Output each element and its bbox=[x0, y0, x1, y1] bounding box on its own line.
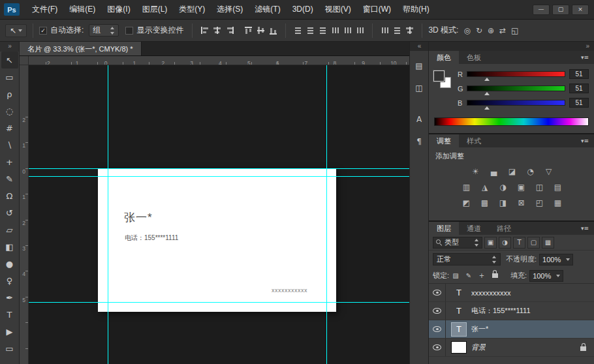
menu-image[interactable]: 图像(I) bbox=[101, 0, 136, 19]
distribute-left-icon[interactable] bbox=[330, 25, 340, 35]
menu-file[interactable]: 文件(F) bbox=[26, 0, 63, 19]
menu-edit[interactable]: 编辑(E) bbox=[63, 0, 101, 19]
tool-blur[interactable]: ● bbox=[1, 255, 18, 272]
red-value[interactable]: 51 bbox=[569, 69, 589, 79]
vertical-ruler[interactable]: 2 1 0 1 2 3 4 5 bbox=[20, 65, 29, 364]
text-layer-thumbnail[interactable]: T bbox=[451, 304, 467, 318]
horizontal-ruler[interactable]: 2 1 0 1 2 3 4 5 6 7 8 9 10 11 bbox=[29, 56, 409, 65]
red-slider[interactable] bbox=[467, 71, 565, 77]
visibility-toggle[interactable] bbox=[429, 320, 446, 338]
text-layer-thumbnail[interactable]: T bbox=[451, 286, 467, 300]
align-top-icon[interactable] bbox=[243, 25, 253, 35]
tab-layers[interactable]: 图层 bbox=[429, 222, 459, 235]
black-white-icon[interactable]: ▣ bbox=[516, 182, 527, 192]
visibility-toggle[interactable] bbox=[429, 284, 446, 301]
align-right-icon[interactable] bbox=[225, 25, 234, 35]
layer-name[interactable]: xxxxxxxxxxx bbox=[471, 289, 511, 297]
green-slider[interactable] bbox=[467, 85, 565, 91]
layer-row-background[interactable]: 背景 bbox=[429, 339, 594, 357]
tool-eyedropper[interactable]: ∖ bbox=[1, 136, 18, 153]
tool-move[interactable]: ↖ bbox=[1, 52, 18, 68]
distribute-vspace-icon[interactable] bbox=[392, 25, 402, 35]
distribute-bottom-icon[interactable] bbox=[318, 25, 328, 35]
tab-paths[interactable]: 路径 bbox=[489, 222, 519, 235]
photo-filter-icon[interactable]: ◫ bbox=[534, 182, 546, 192]
tool-crop[interactable]: # bbox=[1, 119, 18, 136]
paragraph-panel-icon[interactable]: ¶ bbox=[411, 134, 427, 149]
tool-rectangle[interactable]: ▭ bbox=[1, 340, 18, 357]
document-tab[interactable]: 名片 @ 33.3% (张一*, CMYK/8) * bbox=[20, 42, 142, 55]
slider-handle-icon[interactable] bbox=[484, 104, 490, 110]
selective-color-icon[interactable]: ◰ bbox=[534, 198, 546, 208]
distribute-hspace-icon[interactable] bbox=[380, 25, 390, 35]
panel-menu-icon[interactable]: ▾≡ bbox=[576, 222, 594, 235]
layer-name[interactable]: 电话：155****1111 bbox=[471, 306, 531, 316]
3d-rotate-icon[interactable]: ◎ bbox=[463, 26, 470, 35]
distribute-vcenter-icon[interactable] bbox=[305, 25, 315, 35]
align-vcenter-icon[interactable] bbox=[256, 25, 266, 35]
align-left-icon[interactable] bbox=[200, 25, 210, 35]
filter-pixel-layers-icon[interactable]: ▣ bbox=[484, 237, 497, 249]
distribute-hcenter-icon[interactable] bbox=[343, 25, 352, 35]
guide-horizontal[interactable] bbox=[29, 302, 409, 303]
guide-vertical[interactable] bbox=[108, 65, 108, 364]
lock-all-icon[interactable] bbox=[490, 271, 500, 281]
tab-swatches[interactable]: 色板 bbox=[459, 51, 489, 64]
lock-transparent-pixels-icon[interactable]: ▨ bbox=[450, 271, 461, 281]
auto-select-checkbox[interactable]: ✓ bbox=[39, 27, 47, 35]
tool-rectangular-marquee[interactable]: ▭ bbox=[1, 68, 18, 85]
tool-path-selection[interactable]: ▶ bbox=[1, 323, 18, 340]
tool-preset-picker[interactable]: ↖ bbox=[5, 24, 27, 37]
opacity-field[interactable]: 100% bbox=[539, 254, 573, 265]
tool-eraser[interactable]: ▱ bbox=[1, 221, 18, 238]
layer-filter-dropdown[interactable]: 类型 bbox=[433, 237, 482, 249]
tool-pen[interactable]: ✒ bbox=[1, 289, 18, 306]
tool-lasso[interactable]: ρ bbox=[1, 85, 18, 102]
posterize-icon[interactable]: ▩ bbox=[479, 198, 491, 208]
auto-align-layers-icon[interactable] bbox=[405, 25, 414, 35]
canvas[interactable]: 张一* 电话：155****1111 xxxxxxxxxxx bbox=[29, 65, 409, 364]
invert-icon[interactable]: ◩ bbox=[461, 198, 473, 208]
filter-type-layers-icon[interactable]: T bbox=[513, 237, 525, 249]
foreground-color-swatch[interactable] bbox=[433, 70, 445, 82]
lookup-table-icon[interactable]: ▦ bbox=[552, 198, 564, 208]
color-spectrum-ramp[interactable] bbox=[434, 117, 589, 126]
menu-help[interactable]: 帮助(H) bbox=[397, 0, 435, 19]
restore-button[interactable]: ▢ bbox=[552, 5, 569, 15]
show-transform-checkbox[interactable] bbox=[125, 27, 133, 35]
tab-channels[interactable]: 通道 bbox=[459, 222, 489, 235]
minimize-button[interactable]: — bbox=[533, 5, 550, 15]
distribute-right-icon[interactable] bbox=[355, 25, 365, 35]
panel-menu-icon[interactable]: ▾≡ bbox=[576, 51, 594, 64]
guide-vertical[interactable] bbox=[326, 65, 327, 364]
panels-collapse-chevron-icon[interactable]: » bbox=[429, 42, 594, 51]
exposure-icon[interactable]: ◔ bbox=[525, 166, 537, 177]
dock-expand-chevron-icon[interactable]: « bbox=[410, 42, 428, 51]
menu-window[interactable]: 窗口(W) bbox=[357, 0, 397, 19]
tab-adjustments[interactable]: 调整 bbox=[429, 134, 459, 147]
3d-drag-icon[interactable]: ⊕ bbox=[488, 26, 494, 35]
curves-icon[interactable]: ◪ bbox=[507, 166, 518, 177]
align-hcenter-icon[interactable] bbox=[212, 25, 222, 35]
layer-row[interactable]: T 电话：155****1111 bbox=[429, 302, 594, 320]
background-layer-thumbnail[interactable] bbox=[451, 341, 467, 354]
layer-name[interactable]: 张一* bbox=[471, 324, 488, 334]
character-panel-icon[interactable]: A bbox=[411, 112, 427, 127]
tool-type[interactable]: T bbox=[1, 306, 18, 323]
tab-styles[interactable]: 样式 bbox=[459, 134, 489, 147]
tool-quick-selection[interactable]: ◌ bbox=[1, 102, 18, 119]
menu-select[interactable]: 选择(S) bbox=[211, 0, 249, 19]
tool-history-brush[interactable]: ↺ bbox=[1, 204, 18, 221]
visibility-toggle[interactable] bbox=[429, 339, 446, 356]
layer-name[interactable]: 背景 bbox=[471, 342, 486, 352]
tool-clone-stamp[interactable]: Ω bbox=[1, 187, 18, 204]
histogram-panel-icon[interactable]: ▤ bbox=[411, 59, 427, 73]
slider-handle-icon[interactable] bbox=[484, 89, 490, 95]
gradient-map-icon[interactable]: ⊠ bbox=[516, 198, 527, 208]
visibility-toggle[interactable] bbox=[429, 302, 446, 320]
slider-handle-icon[interactable] bbox=[484, 75, 490, 81]
guide-horizontal[interactable] bbox=[29, 176, 409, 177]
layer-row[interactable]: T xxxxxxxxxxx bbox=[429, 284, 594, 302]
tool-dodge[interactable]: ♀ bbox=[1, 272, 18, 289]
distribute-top-icon[interactable] bbox=[293, 25, 303, 35]
